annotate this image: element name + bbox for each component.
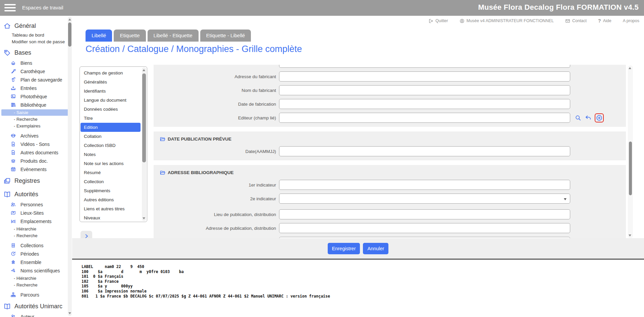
list-item[interactable]: Autres éditions — [80, 195, 147, 204]
sidebar-item-collections[interactable]: Collections — [3, 241, 67, 250]
sidebar-item-autres-documents[interactable]: Autres documents — [3, 148, 67, 157]
sidebar-item-modifier-mot-de-passe[interactable]: Modifier son mot de passe — [3, 39, 67, 45]
sidebar-subitem-recherche-emplacements[interactable]: - Recherche — [3, 232, 67, 239]
tab-etiquette-libelle[interactable]: Etiquette - Libellé — [200, 30, 251, 42]
date-fabrication-input[interactable] — [279, 99, 570, 109]
save-button[interactable]: Enregistrer — [328, 243, 360, 254]
list-item[interactable]: Collation — [80, 132, 147, 141]
form-scrollbar[interactable] — [628, 65, 633, 238]
contact-link[interactable]: Contact — [565, 18, 587, 23]
text-input-partial[interactable] — [279, 65, 570, 68]
sidebar-item-archives[interactable]: Archives — [3, 131, 67, 140]
field-list-scrollbar[interactable] — [142, 67, 146, 221]
sidebar-subitem-exemplaires[interactable]: - Exemplaires — [3, 123, 67, 129]
list-item[interactable]: Collection — [80, 177, 147, 186]
list-item[interactable]: Titre — [80, 114, 147, 123]
scroll-down-icon[interactable] — [68, 312, 71, 314]
sidebar-subitem-recherche-noms[interactable]: - Recherche — [3, 282, 67, 288]
hamburger-menu-icon[interactable] — [4, 4, 16, 12]
sidebar-scrollbar[interactable] — [68, 17, 72, 316]
list-item[interactable]: Niveaux — [80, 213, 147, 222]
sidebar-item-noms-scientifiques[interactable]: Noms scientifiques — [3, 266, 67, 275]
sidebar-item-tableau-de-bord[interactable]: Tableau de bord — [3, 32, 67, 39]
scroll-down-icon[interactable] — [629, 234, 631, 236]
sidebar-subitem-hierarchie-noms[interactable]: - Hiérarchie — [3, 275, 67, 281]
adresse-publication-input[interactable] — [279, 223, 570, 233]
list-item[interactable]: Suppléments — [80, 186, 147, 195]
search-icon[interactable] — [575, 114, 582, 121]
carrot-icon — [10, 68, 16, 74]
sidebar-subitem-recherche-biblio[interactable]: - Recherche — [3, 116, 67, 122]
quit-link[interactable]: Quitter — [428, 18, 448, 23]
sidebar-subitem-hierarchie-emplacements[interactable]: - Hiérarchie — [3, 226, 67, 232]
list-item[interactable]: Résumé — [80, 168, 147, 177]
undo-icon[interactable] — [585, 114, 592, 121]
date-aammjj-input[interactable] — [279, 146, 570, 156]
scroll-up-icon[interactable] — [629, 67, 631, 69]
sidebar-item-entrees[interactable]: Entrées — [3, 84, 67, 92]
sidebar-section-general[interactable]: Général — [3, 20, 67, 32]
scroll-up-icon[interactable] — [143, 69, 145, 71]
tab-libelle-etiquette[interactable]: Libellé - Etiquette — [148, 30, 199, 42]
sidebar-item-plan-de-sauvegarde[interactable]: Plan de sauvegarde — [3, 75, 67, 84]
list-item[interactable]: Notes — [80, 150, 147, 159]
dropdown-caret-icon — [564, 198, 567, 200]
sidebar-item-phototheque[interactable]: Photothèque — [3, 92, 67, 101]
list-item[interactable]: Note sur les actions — [80, 159, 147, 168]
indicateur-2-select[interactable] — [279, 194, 570, 204]
sidebar-item-periodes[interactable]: Périodes — [3, 250, 67, 258]
sidebar-scroll-thumb[interactable] — [68, 22, 71, 47]
nom-fabricant-input[interactable] — [279, 85, 570, 95]
form-scroll-thumb[interactable] — [629, 142, 632, 195]
list-item[interactable]: Généralités — [80, 77, 147, 87]
sidebar-section-registres[interactable]: Registres — [3, 175, 67, 187]
add-link-focus-ring[interactable] — [595, 113, 604, 122]
sidebar-section-autorites-unimarc[interactable]: Autorités Unimarc — [3, 300, 67, 312]
about-link[interactable]: A propos — [623, 18, 639, 23]
sidebar-item-ensemble[interactable]: Ensemble — [3, 258, 67, 266]
shelf-icon — [10, 218, 16, 224]
sidebar-item-auteur[interactable]: Auteur — [3, 312, 67, 317]
lieu-publication-input[interactable] — [279, 209, 570, 219]
editeur-champ-lie-input[interactable] — [279, 113, 570, 123]
sidebar-item-parcours[interactable]: Parcours — [3, 290, 67, 299]
add-circle-icon[interactable] — [596, 114, 603, 121]
indicateur-1-input[interactable] — [279, 180, 570, 190]
workspace-label[interactable]: Espaces de travail — [22, 5, 63, 10]
scroll-down-icon[interactable] — [143, 217, 145, 219]
list-item-selected[interactable]: Edition — [80, 123, 141, 132]
tab-libelle[interactable]: Libellé — [86, 30, 112, 42]
sidebar-item-biens[interactable]: Biens — [3, 59, 67, 67]
list-item[interactable]: Identifiants — [80, 87, 147, 96]
sidebar-subitem-saisie[interactable]: - Saisie — [1, 109, 70, 116]
open-book-icon — [3, 303, 11, 310]
sidebar-section-autorites[interactable]: Autorités — [3, 188, 67, 200]
calendar-icon — [10, 166, 16, 172]
marc-line: 801 1 $a France $b DECALOG $c 07/07/2025… — [82, 294, 644, 299]
list-item[interactable]: Langue du document — [80, 96, 147, 105]
help-link[interactable]: ? Aide — [598, 18, 611, 23]
sidebar-section-bases[interactable]: Bases — [3, 47, 67, 59]
list-item[interactable]: Liens et autres titres — [80, 204, 147, 213]
network-icon — [10, 268, 16, 273]
list-item[interactable]: Collection ISBD — [80, 141, 147, 150]
cancel-button[interactable]: Annuler — [363, 243, 388, 254]
image-icon — [10, 94, 16, 99]
list-item[interactable]: Champs de gestion — [80, 68, 147, 77]
sidebar-item-produits-doc[interactable]: Produits doc. — [3, 157, 67, 165]
main-area: Quitter Musée v4 ADMINISTRATEUR FONCTION… — [72, 16, 644, 317]
list-item[interactable]: Données codées — [80, 105, 147, 114]
sidebar-item-bibliotheque[interactable]: Bibliothèque — [3, 101, 67, 109]
sidebar-item-emplacements[interactable]: Emplacements — [3, 217, 67, 225]
sidebar-item-videos-sons[interactable]: Vidéos - Sons — [3, 140, 67, 148]
scroll-up-icon[interactable] — [68, 18, 71, 20]
sidebar-item-lieux-sites[interactable]: Lieux-Sites — [3, 209, 67, 217]
sidebar-item-personnes[interactable]: Personnes — [3, 200, 67, 209]
tab-etiquette[interactable]: Etiquette — [114, 30, 146, 42]
sidebar-item-carotheque[interactable]: Carothèque — [3, 67, 67, 75]
sidebar-item-evenements[interactable]: Evènements — [3, 165, 67, 173]
divider — [72, 259, 644, 260]
field-list-scroll-thumb[interactable] — [142, 73, 146, 162]
adresse-fabricant-input[interactable] — [279, 71, 570, 82]
account-menu[interactable]: Musée v4 ADMINISTRATEUR FONCTIONNEL — [460, 18, 554, 23]
